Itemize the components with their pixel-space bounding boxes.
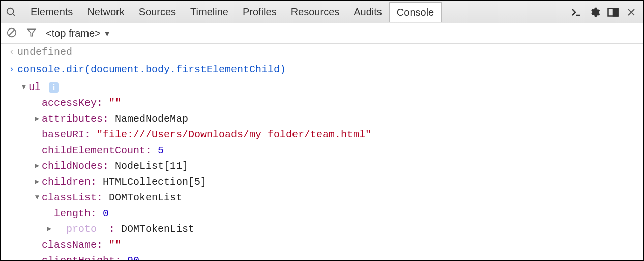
prop-value: NodeList[11] bbox=[115, 160, 188, 172]
tab-elements[interactable]: Elements bbox=[23, 2, 80, 22]
prop-value: "" bbox=[109, 97, 121, 109]
prop-baseuri: baseURI: "file:///Users/Downloads/my_fol… bbox=[19, 127, 638, 142]
prop-attributes[interactable]: attributes: NamedNodeMap bbox=[19, 111, 638, 127]
input-code: console.dir(document.body.firstElementCh… bbox=[17, 62, 286, 77]
disclosure-triangle-down-icon[interactable] bbox=[19, 82, 28, 93]
info-badge-icon[interactable]: i bbox=[49, 82, 59, 93]
prop-key: children: bbox=[42, 176, 97, 188]
search-icon[interactable] bbox=[4, 5, 18, 19]
prop-childelementcount: childElementCount: 5 bbox=[19, 142, 638, 158]
prop-classname: className: "" bbox=[19, 237, 638, 253]
tab-sources[interactable]: Sources bbox=[132, 2, 183, 22]
prop-value: HTMLCollection[5] bbox=[103, 176, 207, 188]
tree-node-ul[interactable]: ul i bbox=[19, 79, 638, 95]
prop-key: classList: bbox=[42, 192, 103, 204]
prop-classlist-length: length: 0 bbox=[19, 206, 638, 221]
prop-value: "" bbox=[109, 239, 121, 251]
tab-console[interactable]: Console bbox=[389, 2, 442, 22]
output-text: undefined bbox=[17, 44, 72, 60]
output-arrow-icon: ‹ bbox=[6, 44, 17, 60]
chevron-down-icon: ▼ bbox=[104, 30, 111, 38]
console-body: ‹ undefined › console.dir(document.body.… bbox=[1, 44, 643, 261]
settings-gear-icon[interactable] bbox=[588, 6, 601, 19]
svg-rect-4 bbox=[613, 8, 618, 16]
disclosure-triangle-right-icon[interactable] bbox=[33, 161, 42, 172]
prop-accesskey: accessKey: "" bbox=[19, 95, 638, 111]
prop-key: accessKey: bbox=[42, 97, 103, 109]
panel-tabs: Elements Network Sources Timeline Profil… bbox=[23, 2, 442, 22]
tab-timeline[interactable]: Timeline bbox=[183, 2, 236, 22]
prop-key: baseURI: bbox=[42, 129, 91, 140]
prop-key: attributes: bbox=[42, 113, 109, 125]
disclosure-triangle-right-icon[interactable] bbox=[33, 113, 42, 125]
prop-key: length: bbox=[54, 208, 97, 219]
prop-value: 5 bbox=[158, 144, 164, 156]
filter-icon[interactable] bbox=[26, 27, 37, 39]
prop-value: DOMTokenList bbox=[109, 192, 182, 204]
prompt-icon: › bbox=[6, 62, 17, 77]
object-tree: ul i accessKey: "" attributes: NamedNode… bbox=[1, 78, 643, 261]
clear-console-icon[interactable] bbox=[6, 27, 17, 40]
svg-line-1 bbox=[13, 13, 15, 16]
prop-key: childNodes: bbox=[42, 160, 109, 172]
svg-marker-9 bbox=[28, 29, 36, 36]
show-drawer-icon[interactable] bbox=[570, 6, 583, 19]
prop-children[interactable]: children: HTMLCollection[5] bbox=[19, 174, 638, 190]
tree-node-label: ul bbox=[28, 81, 41, 93]
tab-network[interactable]: Network bbox=[80, 2, 131, 22]
dock-side-icon[interactable] bbox=[606, 6, 620, 19]
disclosure-triangle-right-icon[interactable] bbox=[33, 177, 42, 188]
prop-value: DOMTokenList bbox=[121, 223, 194, 235]
frame-selector-label: <top frame> bbox=[46, 27, 101, 39]
frame-selector[interactable]: <top frame> ▼ bbox=[46, 27, 111, 39]
tab-resources[interactable]: Resources bbox=[284, 2, 347, 22]
prop-value: 0 bbox=[103, 208, 109, 219]
console-output-row: ‹ undefined bbox=[1, 44, 643, 61]
prop-key: clientHeight: bbox=[42, 255, 121, 261]
svg-line-8 bbox=[9, 30, 15, 36]
prop-key: childElementCount: bbox=[42, 144, 152, 156]
disclosure-triangle-right-icon[interactable] bbox=[45, 224, 54, 235]
prop-clientheight: clientHeight: 90 bbox=[19, 253, 638, 261]
prop-classlist[interactable]: classList: DOMTokenList bbox=[19, 190, 638, 206]
toolbar-right bbox=[570, 6, 640, 19]
prop-childnodes[interactable]: childNodes: NodeList[11] bbox=[19, 158, 638, 174]
tab-profiles[interactable]: Profiles bbox=[236, 2, 284, 22]
console-input-row[interactable]: › console.dir(document.body.firstElement… bbox=[1, 61, 643, 78]
console-subbar: <top frame> ▼ bbox=[1, 23, 643, 44]
disclosure-triangle-down-icon[interactable] bbox=[33, 192, 42, 204]
prop-value: NamedNodeMap bbox=[115, 113, 188, 125]
tab-audits[interactable]: Audits bbox=[346, 2, 389, 22]
prop-value: "file:///Users/Downloads/my_folder/team.… bbox=[97, 129, 371, 140]
close-icon[interactable] bbox=[625, 6, 638, 19]
prop-value: 90 bbox=[127, 255, 139, 261]
prop-key: __proto__ bbox=[54, 223, 109, 235]
svg-point-0 bbox=[7, 8, 14, 14]
prop-key: className: bbox=[42, 239, 103, 251]
prop-classlist-proto[interactable]: __proto__: DOMTokenList bbox=[19, 221, 638, 237]
devtools-toolbar: Elements Network Sources Timeline Profil… bbox=[1, 1, 643, 23]
